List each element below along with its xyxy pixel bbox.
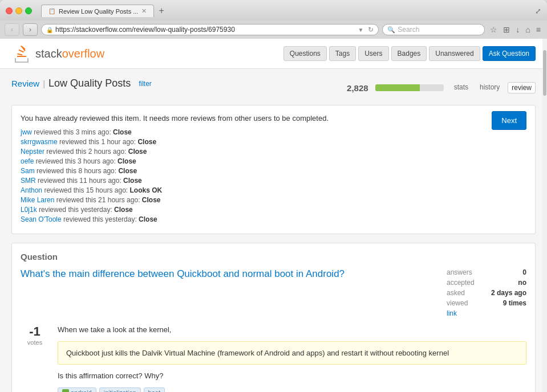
reviewer-link[interactable]: oefe — [21, 157, 34, 165]
nav-badges[interactable]: Badges — [391, 46, 427, 61]
answers-label: answers — [447, 268, 472, 276]
viewed-value: 9 times — [503, 299, 526, 307]
forward-button[interactable]: › — [23, 23, 38, 36]
reviewer-link[interactable]: L0j1k — [21, 206, 37, 214]
reviewer-link[interactable]: Sean O'Toole — [21, 215, 62, 223]
scrollbar[interactable] — [542, 39, 547, 392]
nav-tags[interactable]: Tags — [329, 46, 356, 61]
breadcrumb-current-page: Low Quality Posts — [48, 77, 131, 89]
asked-label: asked — [447, 289, 465, 297]
next-button[interactable]: Next — [492, 111, 526, 130]
review-list: jww reviewed this 3 mins ago: Close skrr… — [21, 128, 526, 223]
close-button[interactable] — [6, 7, 13, 14]
breadcrumb-separator: | — [43, 79, 45, 88]
list-item: Anthon reviewed this 15 hours ago: Looks… — [21, 186, 526, 194]
viewed-label: viewed — [447, 299, 468, 307]
question-header: What's the main difference between Quick… — [21, 268, 526, 317]
maximize-button[interactable] — [25, 7, 32, 14]
header-nav: Questions Tags Users Badges Unanswered A… — [283, 46, 536, 61]
site-logo[interactable]: stackoverflow — [11, 43, 104, 64]
accepted-label: accepted — [447, 279, 475, 287]
lock-icon: 🔒 — [46, 27, 53, 33]
url-text: https://stackoverflow.com/review/low-qua… — [55, 26, 355, 34]
logo-icon — [11, 43, 32, 64]
answers-value: 0 — [522, 268, 526, 276]
nav-users[interactable]: Users — [358, 46, 388, 61]
review-box: Next You have already reviewed this item… — [11, 105, 536, 234]
new-tab-button[interactable]: + — [155, 5, 167, 17]
android-tag-icon — [62, 389, 69, 393]
reviewer-link[interactable]: SMR — [21, 177, 36, 185]
reviewer-link[interactable]: Nepster — [21, 148, 44, 156]
tab-favicon-icon: 📋 — [48, 8, 55, 14]
search-icon: 🔍 — [387, 26, 395, 34]
tab-close-icon[interactable]: ✕ — [141, 7, 147, 15]
meta-link-row: link — [447, 309, 526, 317]
stats-link[interactable]: stats — [451, 82, 472, 93]
search-placeholder: Search — [398, 26, 419, 34]
active-tab[interactable]: 📋 Review Low Quality Posts ... ✕ — [41, 5, 154, 17]
progress-bar — [375, 84, 444, 91]
breadcrumb: Review | Low Quality Posts filter — [11, 77, 152, 89]
filter-link[interactable]: filter — [139, 80, 152, 88]
accepted-value: no — [518, 279, 526, 287]
nav-ask-question[interactable]: Ask Question — [483, 46, 536, 61]
progress-stats: stats history review — [451, 82, 536, 93]
logo-text: stackoverflow — [35, 47, 104, 60]
question-content: When we take a look at the kernel, Quick… — [58, 324, 526, 392]
scrollbar-thumb[interactable] — [543, 50, 546, 96]
question-link-anchor[interactable]: link — [447, 309, 457, 317]
download-icon[interactable]: ↓ — [514, 24, 521, 35]
tab-title: Review Low Quality Posts ... — [59, 8, 138, 15]
vote-label: votes — [21, 339, 49, 346]
review-link[interactable]: review — [508, 82, 536, 93]
list-item: skrrgwasme reviewed this 1 hour ago: Clo… — [21, 138, 526, 146]
fullscreen-button[interactable]: ⤢ — [535, 7, 541, 15]
reviewer-link[interactable]: Mike Laren — [21, 196, 54, 204]
meta-answers: answers 0 — [447, 268, 526, 276]
meta-viewed: viewed 9 times — [447, 299, 526, 307]
nav-questions[interactable]: Questions — [283, 46, 327, 61]
refresh-icon[interactable]: ↻ — [368, 26, 374, 34]
section-title: Question — [21, 252, 526, 262]
tag-boot[interactable]: boot — [144, 387, 165, 393]
list-item: SMR reviewed this 11 hours ago: Close — [21, 177, 526, 185]
bookmark-icon[interactable]: ☆ — [488, 24, 499, 35]
reviewer-link[interactable]: Sam — [21, 167, 35, 175]
history-link[interactable]: history — [476, 82, 503, 93]
back-button[interactable]: ‹ — [5, 23, 19, 36]
progress-row: 2,828 stats history review — [347, 82, 536, 93]
question-text-before: When we take a look at the kernel, — [58, 324, 526, 336]
minimize-button[interactable] — [15, 7, 22, 14]
asked-value: 2 days ago — [491, 289, 526, 297]
question-title-link[interactable]: What's the main difference between Quick… — [21, 268, 438, 280]
highlight-box: Quickboot just kills the Dalvik Virtual … — [58, 341, 526, 365]
tag-initialization[interactable]: initialization — [99, 387, 141, 393]
meta-accepted: accepted no — [447, 279, 526, 287]
review-notice: You have already reviewed this item. It … — [21, 114, 526, 122]
list-item: L0j1k reviewed this yesterday: Close — [21, 206, 526, 214]
address-bar[interactable]: 🔒 https://stackoverflow.com/review/low-q… — [41, 24, 379, 35]
reviewer-link[interactable]: skrrgwasme — [21, 138, 58, 146]
breadcrumb-review-link[interactable]: Review — [11, 79, 39, 88]
list-item: Mike Laren reviewed this 21 hours ago: C… — [21, 196, 526, 204]
progress-count: 2,828 — [347, 83, 368, 93]
list-item: Nepster reviewed this 2 hours ago: Close — [21, 148, 526, 156]
question-body: -1 votes When we take a look at the kern… — [21, 324, 526, 392]
search-bar[interactable]: 🔍 Search — [382, 24, 485, 35]
list-item: Sean O'Toole reviewed this yesterday: Cl… — [21, 215, 526, 223]
menu-icon[interactable]: ≡ — [534, 24, 542, 35]
dropdown-icon: ▼ — [358, 27, 363, 33]
tag-android[interactable]: android — [58, 387, 96, 393]
tags-row: android initialization boot — [58, 387, 526, 393]
progress-bar-fill — [375, 84, 420, 91]
reviewer-link[interactable]: Anthon — [21, 186, 42, 194]
meta-asked: asked 2 days ago — [447, 289, 526, 297]
list-item: Sam reviewed this 8 hours ago: Close — [21, 167, 526, 175]
home-icon[interactable]: ⌂ — [524, 24, 532, 35]
reviewer-link[interactable]: jww — [21, 128, 32, 136]
reader-icon[interactable]: ⊞ — [501, 24, 512, 35]
question-meta-sidebar: answers 0 accepted no asked 2 days ago — [447, 268, 526, 317]
nav-unanswered[interactable]: Unanswered — [429, 46, 480, 61]
breadcrumb-row: Review | Low Quality Posts filter 2,828 … — [11, 77, 536, 98]
